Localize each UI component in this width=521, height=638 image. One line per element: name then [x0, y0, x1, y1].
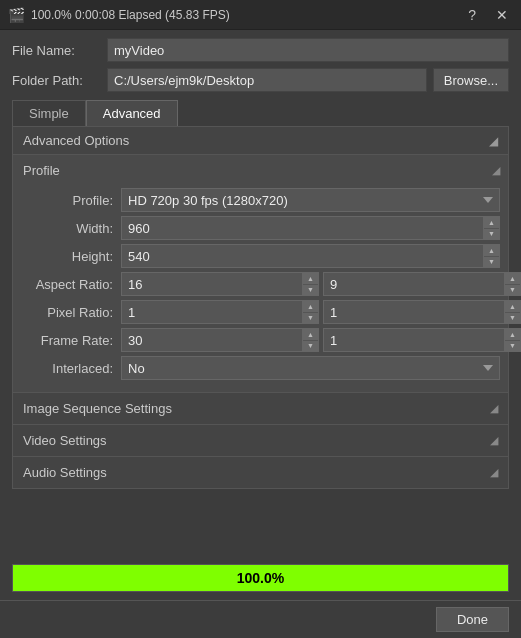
frame-rate-field-row: Frame Rate: ▲ ▼ ▲ ▼: [21, 328, 500, 352]
file-name-row: File Name:: [12, 38, 509, 62]
pixel-ratio-down1-btn[interactable]: ▼: [303, 313, 318, 324]
footer: Done: [0, 600, 521, 638]
pixel-ratio-label: Pixel Ratio:: [21, 305, 121, 320]
pixel-ratio-spinner1: ▲ ▼: [302, 301, 318, 323]
profile-arrow: ◢: [492, 164, 500, 177]
audio-settings-section[interactable]: Audio Settings ◢: [13, 457, 508, 488]
file-name-label: File Name:: [12, 43, 107, 58]
frame-rate-input2[interactable]: [324, 329, 504, 351]
frame-rate-down1-btn[interactable]: ▼: [303, 341, 318, 352]
profile-label: Profile:: [21, 193, 121, 208]
height-input[interactable]: [122, 245, 483, 267]
aspect-ratio-input2-group: ▲ ▼: [323, 272, 521, 296]
interlaced-select[interactable]: No Yes: [121, 356, 500, 380]
advanced-options-arrow: ◢: [489, 134, 498, 148]
advanced-options-header: Advanced Options ◢: [13, 127, 508, 155]
video-settings-section[interactable]: Video Settings ◢: [13, 425, 508, 457]
frame-rate-input1-group: ▲ ▼: [121, 328, 319, 352]
progress-bar-container: 100.0%: [12, 564, 509, 592]
aspect-ratio-label: Aspect Ratio:: [21, 277, 121, 292]
width-spinner: ▲ ▼: [483, 217, 499, 239]
image-sequence-arrow: ◢: [490, 402, 498, 415]
title-bar-text: 100.0% 0:00:08 Elapsed (45.83 FPS): [31, 8, 230, 22]
folder-path-label: Folder Path:: [12, 73, 107, 88]
pixel-ratio-down2-btn[interactable]: ▼: [505, 313, 520, 324]
frame-rate-input2-group: ▲ ▼: [323, 328, 521, 352]
title-bar-controls: ? ✕: [463, 5, 513, 25]
pixel-ratio-up1-btn[interactable]: ▲: [303, 301, 318, 313]
aspect-ratio-down1-btn[interactable]: ▼: [303, 285, 318, 296]
frame-rate-up1-btn[interactable]: ▲: [303, 329, 318, 341]
image-sequence-section[interactable]: Image Sequence Settings ◢: [13, 393, 508, 425]
height-up-btn[interactable]: ▲: [484, 245, 499, 257]
browse-button[interactable]: Browse...: [433, 68, 509, 92]
progress-section: 100.0%: [0, 558, 521, 598]
audio-settings-header[interactable]: Audio Settings ◢: [13, 457, 508, 488]
close-button[interactable]: ✕: [491, 5, 513, 25]
profile-section: Profile ◢ Profile: HD 720p 30 fps (1280x…: [13, 155, 508, 393]
frame-rate-label: Frame Rate:: [21, 333, 121, 348]
done-button[interactable]: Done: [436, 607, 509, 632]
width-input-group: ▲ ▼: [121, 216, 500, 240]
frame-rate-down2-btn[interactable]: ▼: [505, 341, 520, 352]
pixel-ratio-spinner2: ▲ ▼: [504, 301, 520, 323]
height-down-btn[interactable]: ▼: [484, 257, 499, 268]
aspect-ratio-input1[interactable]: [122, 273, 302, 295]
aspect-ratio-input2[interactable]: [324, 273, 504, 295]
frame-rate-spinner1: ▲ ▼: [302, 329, 318, 351]
title-bar-left: 🎬 100.0% 0:00:08 Elapsed (45.83 FPS): [8, 7, 230, 23]
file-name-input[interactable]: [107, 38, 509, 62]
video-settings-header[interactable]: Video Settings ◢: [13, 425, 508, 456]
video-settings-arrow: ◢: [490, 434, 498, 447]
image-sequence-title: Image Sequence Settings: [23, 401, 172, 416]
progress-text: 100.0%: [237, 570, 284, 586]
aspect-ratio-input1-group: ▲ ▼: [121, 272, 319, 296]
profile-section-title: Profile: [21, 159, 62, 182]
video-settings-title: Video Settings: [23, 433, 107, 448]
height-spinner: ▲ ▼: [483, 245, 499, 267]
pixel-ratio-input1-group: ▲ ▼: [121, 300, 319, 324]
aspect-ratio-up2-btn[interactable]: ▲: [505, 273, 520, 285]
width-label: Width:: [21, 221, 121, 236]
width-input[interactable]: [122, 217, 483, 239]
aspect-ratio-down2-btn[interactable]: ▼: [505, 285, 520, 296]
app-icon: 🎬: [8, 7, 25, 23]
frame-rate-up2-btn[interactable]: ▲: [505, 329, 520, 341]
tab-simple[interactable]: Simple: [12, 100, 86, 126]
folder-path-input[interactable]: [107, 68, 427, 92]
pixel-ratio-field-row: Pixel Ratio: ▲ ▼ ▲ ▼: [21, 300, 500, 324]
pixel-ratio-up2-btn[interactable]: ▲: [505, 301, 520, 313]
image-sequence-header[interactable]: Image Sequence Settings ◢: [13, 393, 508, 424]
profile-select[interactable]: HD 720p 30 fps (1280x720) HD 1080p 30 fp…: [121, 188, 500, 212]
advanced-panel: Advanced Options ◢ Profile ◢ Profile: HD…: [12, 126, 509, 489]
frame-rate-spinner2: ▲ ▼: [504, 329, 520, 351]
height-field-row: Height: ▲ ▼: [21, 244, 500, 268]
audio-settings-arrow: ◢: [490, 466, 498, 479]
height-label: Height:: [21, 249, 121, 264]
interlaced-field-row: Interlaced: No Yes: [21, 356, 500, 380]
tabs: Simple Advanced: [12, 100, 509, 126]
audio-settings-title: Audio Settings: [23, 465, 107, 480]
main-content: File Name: Folder Path: Browse... Simple…: [0, 30, 521, 497]
aspect-ratio-spinner2: ▲ ▼: [504, 273, 520, 295]
width-up-btn[interactable]: ▲: [484, 217, 499, 229]
interlaced-label: Interlaced:: [21, 361, 121, 376]
pixel-ratio-input2-group: ▲ ▼: [323, 300, 521, 324]
tab-advanced[interactable]: Advanced: [86, 100, 178, 126]
pixel-ratio-input2[interactable]: [324, 301, 504, 323]
width-down-btn[interactable]: ▼: [484, 229, 499, 240]
aspect-ratio-up1-btn[interactable]: ▲: [303, 273, 318, 285]
aspect-ratio-spinner1: ▲ ▼: [302, 273, 318, 295]
advanced-options-title: Advanced Options: [23, 133, 129, 148]
help-button[interactable]: ?: [463, 5, 481, 25]
folder-path-row: Folder Path: Browse...: [12, 68, 509, 92]
aspect-ratio-field-row: Aspect Ratio: ▲ ▼ ▲ ▼: [21, 272, 500, 296]
title-bar: 🎬 100.0% 0:00:08 Elapsed (45.83 FPS) ? ✕: [0, 0, 521, 30]
height-input-group: ▲ ▼: [121, 244, 500, 268]
profile-field-row: Profile: HD 720p 30 fps (1280x720) HD 10…: [21, 188, 500, 212]
frame-rate-input1[interactable]: [122, 329, 302, 351]
width-field-row: Width: ▲ ▼: [21, 216, 500, 240]
pixel-ratio-input1[interactable]: [122, 301, 302, 323]
